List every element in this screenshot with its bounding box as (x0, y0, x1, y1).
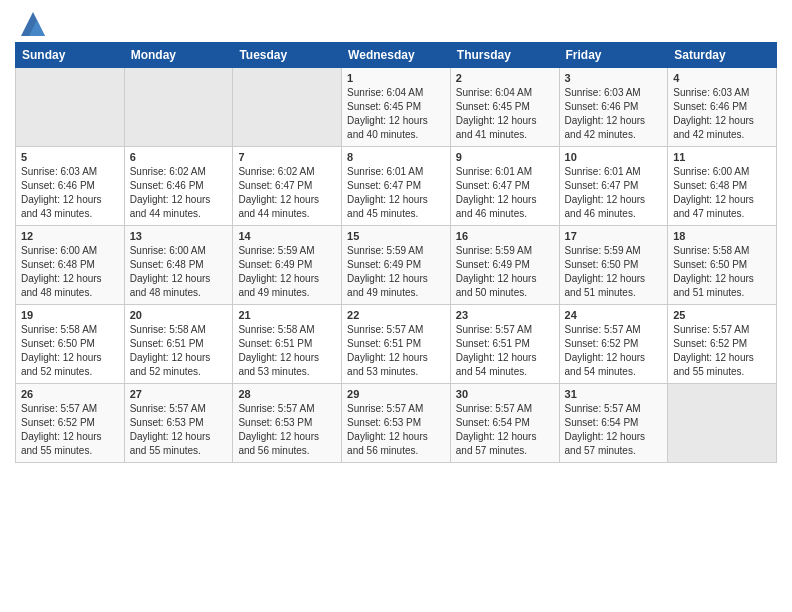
calendar-day-cell: 5Sunrise: 6:03 AM Sunset: 6:46 PM Daylig… (16, 147, 125, 226)
day-number: 16 (456, 230, 554, 242)
day-number: 3 (565, 72, 663, 84)
day-info: Sunrise: 6:04 AM Sunset: 6:45 PM Dayligh… (347, 86, 445, 142)
calendar-day-cell: 31Sunrise: 5:57 AM Sunset: 6:54 PM Dayli… (559, 384, 668, 463)
day-number: 12 (21, 230, 119, 242)
calendar-day-cell: 27Sunrise: 5:57 AM Sunset: 6:53 PM Dayli… (124, 384, 233, 463)
calendar-week-row: 26Sunrise: 5:57 AM Sunset: 6:52 PM Dayli… (16, 384, 777, 463)
day-number: 9 (456, 151, 554, 163)
calendar-day-cell: 18Sunrise: 5:58 AM Sunset: 6:50 PM Dayli… (668, 226, 777, 305)
calendar-day-cell: 21Sunrise: 5:58 AM Sunset: 6:51 PM Dayli… (233, 305, 342, 384)
day-info: Sunrise: 6:03 AM Sunset: 6:46 PM Dayligh… (673, 86, 771, 142)
calendar-day-cell: 16Sunrise: 5:59 AM Sunset: 6:49 PM Dayli… (450, 226, 559, 305)
day-info: Sunrise: 5:57 AM Sunset: 6:51 PM Dayligh… (347, 323, 445, 379)
weekday-header: Wednesday (342, 43, 451, 68)
day-info: Sunrise: 6:00 AM Sunset: 6:48 PM Dayligh… (130, 244, 228, 300)
day-number: 23 (456, 309, 554, 321)
weekday-header: Tuesday (233, 43, 342, 68)
day-number: 27 (130, 388, 228, 400)
day-number: 1 (347, 72, 445, 84)
day-info: Sunrise: 6:01 AM Sunset: 6:47 PM Dayligh… (456, 165, 554, 221)
day-info: Sunrise: 6:00 AM Sunset: 6:48 PM Dayligh… (673, 165, 771, 221)
logo-icon (19, 10, 47, 38)
logo (15, 10, 47, 38)
calendar-day-cell: 6Sunrise: 6:02 AM Sunset: 6:46 PM Daylig… (124, 147, 233, 226)
day-info: Sunrise: 6:04 AM Sunset: 6:45 PM Dayligh… (456, 86, 554, 142)
day-number: 2 (456, 72, 554, 84)
day-info: Sunrise: 6:03 AM Sunset: 6:46 PM Dayligh… (565, 86, 663, 142)
calendar-day-cell (16, 68, 125, 147)
calendar-week-row: 5Sunrise: 6:03 AM Sunset: 6:46 PM Daylig… (16, 147, 777, 226)
calendar-day-cell: 30Sunrise: 5:57 AM Sunset: 6:54 PM Dayli… (450, 384, 559, 463)
calendar-day-cell: 29Sunrise: 5:57 AM Sunset: 6:53 PM Dayli… (342, 384, 451, 463)
day-number: 4 (673, 72, 771, 84)
day-number: 5 (21, 151, 119, 163)
calendar-day-cell: 26Sunrise: 5:57 AM Sunset: 6:52 PM Dayli… (16, 384, 125, 463)
weekday-header: Friday (559, 43, 668, 68)
day-info: Sunrise: 5:57 AM Sunset: 6:53 PM Dayligh… (347, 402, 445, 458)
day-info: Sunrise: 5:57 AM Sunset: 6:52 PM Dayligh… (673, 323, 771, 379)
day-info: Sunrise: 5:59 AM Sunset: 6:49 PM Dayligh… (238, 244, 336, 300)
calendar-day-cell: 2Sunrise: 6:04 AM Sunset: 6:45 PM Daylig… (450, 68, 559, 147)
calendar-day-cell (233, 68, 342, 147)
calendar-day-cell (124, 68, 233, 147)
day-info: Sunrise: 6:01 AM Sunset: 6:47 PM Dayligh… (347, 165, 445, 221)
weekday-header: Thursday (450, 43, 559, 68)
day-info: Sunrise: 5:58 AM Sunset: 6:50 PM Dayligh… (673, 244, 771, 300)
calendar-day-cell: 3Sunrise: 6:03 AM Sunset: 6:46 PM Daylig… (559, 68, 668, 147)
calendar-day-cell: 23Sunrise: 5:57 AM Sunset: 6:51 PM Dayli… (450, 305, 559, 384)
calendar-table: SundayMondayTuesdayWednesdayThursdayFrid… (15, 42, 777, 463)
day-number: 17 (565, 230, 663, 242)
day-number: 30 (456, 388, 554, 400)
day-number: 25 (673, 309, 771, 321)
calendar-day-cell: 1Sunrise: 6:04 AM Sunset: 6:45 PM Daylig… (342, 68, 451, 147)
day-number: 19 (21, 309, 119, 321)
calendar-day-cell: 24Sunrise: 5:57 AM Sunset: 6:52 PM Dayli… (559, 305, 668, 384)
calendar-day-cell: 11Sunrise: 6:00 AM Sunset: 6:48 PM Dayli… (668, 147, 777, 226)
calendar-day-cell: 28Sunrise: 5:57 AM Sunset: 6:53 PM Dayli… (233, 384, 342, 463)
day-info: Sunrise: 5:57 AM Sunset: 6:54 PM Dayligh… (456, 402, 554, 458)
day-info: Sunrise: 5:59 AM Sunset: 6:49 PM Dayligh… (456, 244, 554, 300)
day-number: 26 (21, 388, 119, 400)
main-container: SundayMondayTuesdayWednesdayThursdayFrid… (0, 0, 792, 473)
day-info: Sunrise: 5:58 AM Sunset: 6:50 PM Dayligh… (21, 323, 119, 379)
day-info: Sunrise: 6:01 AM Sunset: 6:47 PM Dayligh… (565, 165, 663, 221)
day-info: Sunrise: 5:58 AM Sunset: 6:51 PM Dayligh… (130, 323, 228, 379)
calendar-day-cell: 25Sunrise: 5:57 AM Sunset: 6:52 PM Dayli… (668, 305, 777, 384)
calendar-day-cell: 22Sunrise: 5:57 AM Sunset: 6:51 PM Dayli… (342, 305, 451, 384)
day-info: Sunrise: 5:57 AM Sunset: 6:53 PM Dayligh… (130, 402, 228, 458)
day-number: 10 (565, 151, 663, 163)
day-info: Sunrise: 6:00 AM Sunset: 6:48 PM Dayligh… (21, 244, 119, 300)
day-number: 24 (565, 309, 663, 321)
day-info: Sunrise: 5:57 AM Sunset: 6:52 PM Dayligh… (21, 402, 119, 458)
day-info: Sunrise: 5:57 AM Sunset: 6:51 PM Dayligh… (456, 323, 554, 379)
weekday-header: Saturday (668, 43, 777, 68)
calendar-day-cell: 10Sunrise: 6:01 AM Sunset: 6:47 PM Dayli… (559, 147, 668, 226)
day-number: 6 (130, 151, 228, 163)
day-info: Sunrise: 5:59 AM Sunset: 6:50 PM Dayligh… (565, 244, 663, 300)
day-info: Sunrise: 6:02 AM Sunset: 6:46 PM Dayligh… (130, 165, 228, 221)
calendar-day-cell: 14Sunrise: 5:59 AM Sunset: 6:49 PM Dayli… (233, 226, 342, 305)
calendar-day-cell: 8Sunrise: 6:01 AM Sunset: 6:47 PM Daylig… (342, 147, 451, 226)
header (15, 10, 777, 38)
day-info: Sunrise: 5:58 AM Sunset: 6:51 PM Dayligh… (238, 323, 336, 379)
calendar-week-row: 12Sunrise: 6:00 AM Sunset: 6:48 PM Dayli… (16, 226, 777, 305)
calendar-week-row: 1Sunrise: 6:04 AM Sunset: 6:45 PM Daylig… (16, 68, 777, 147)
day-number: 22 (347, 309, 445, 321)
day-info: Sunrise: 5:57 AM Sunset: 6:54 PM Dayligh… (565, 402, 663, 458)
calendar-day-cell: 17Sunrise: 5:59 AM Sunset: 6:50 PM Dayli… (559, 226, 668, 305)
day-number: 7 (238, 151, 336, 163)
calendar-week-row: 19Sunrise: 5:58 AM Sunset: 6:50 PM Dayli… (16, 305, 777, 384)
calendar-day-cell: 13Sunrise: 6:00 AM Sunset: 6:48 PM Dayli… (124, 226, 233, 305)
calendar-day-cell (668, 384, 777, 463)
day-info: Sunrise: 5:57 AM Sunset: 6:53 PM Dayligh… (238, 402, 336, 458)
day-number: 8 (347, 151, 445, 163)
day-number: 28 (238, 388, 336, 400)
day-number: 15 (347, 230, 445, 242)
calendar-day-cell: 7Sunrise: 6:02 AM Sunset: 6:47 PM Daylig… (233, 147, 342, 226)
day-info: Sunrise: 5:57 AM Sunset: 6:52 PM Dayligh… (565, 323, 663, 379)
day-number: 31 (565, 388, 663, 400)
day-info: Sunrise: 5:59 AM Sunset: 6:49 PM Dayligh… (347, 244, 445, 300)
calendar-day-cell: 15Sunrise: 5:59 AM Sunset: 6:49 PM Dayli… (342, 226, 451, 305)
weekday-header: Monday (124, 43, 233, 68)
day-number: 20 (130, 309, 228, 321)
